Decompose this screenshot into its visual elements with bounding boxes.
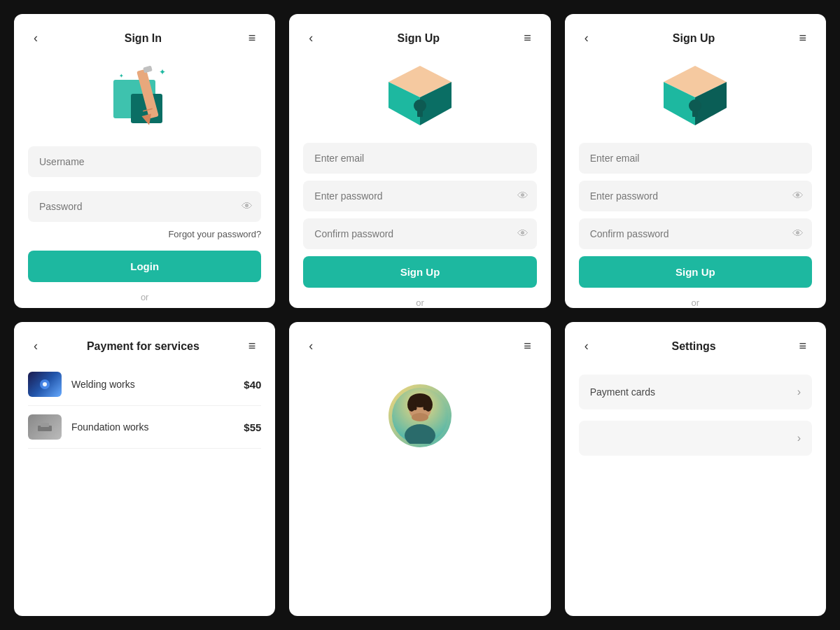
settings-payment-cards-arrow-icon: ›: [797, 386, 801, 398]
welding-price: $40: [244, 379, 261, 391]
settings-header: ‹ Settings ≡: [579, 336, 812, 356]
avatar: [388, 384, 451, 447]
username-input[interactable]: [28, 146, 261, 177]
payment-title: Payment for services: [87, 340, 200, 353]
signup2-button[interactable]: Sign Up: [579, 256, 812, 288]
settings-item-2-arrow-icon: ›: [797, 432, 801, 444]
signup2-confirm-eye-icon[interactable]: 👁: [792, 227, 804, 240]
password-eye-icon[interactable]: 👁: [241, 200, 253, 213]
signin-or-divider: or: [141, 292, 149, 302]
profile-menu-button[interactable]: ≡: [518, 336, 537, 356]
signup1-password-eye-icon[interactable]: 👁: [517, 190, 528, 202]
payment-item-foundation: Foundation works $55: [28, 406, 261, 449]
settings-title: Settings: [672, 340, 716, 353]
payment-item-welding: Welding works $40: [28, 363, 261, 406]
signup2-or-divider: or: [692, 298, 700, 308]
svg-point-29: [412, 413, 428, 421]
signin-card: ‹ Sign In ≡ ✦ ✦ 👁 Forgot your pass: [14, 14, 275, 308]
signup1-password-wrapper: 👁: [303, 181, 536, 211]
profile-back-button[interactable]: ‹: [303, 336, 318, 356]
signup1-email-wrapper: [303, 143, 536, 174]
payment-card: ‹ Payment for services ≡ Welding works $…: [14, 322, 275, 616]
signup1-confirm-eye-icon[interactable]: 👁: [517, 227, 528, 240]
signup1-card: ‹ Sign Up ≡ 👁 👁 Sign Up or f: [289, 14, 550, 308]
signup1-email-input[interactable]: [303, 143, 536, 174]
signup2-email-wrapper: [579, 143, 812, 174]
payment-header: ‹ Payment for services ≡: [28, 336, 261, 356]
svg-point-28: [423, 406, 426, 410]
username-field-wrapper: [28, 146, 261, 184]
signup1-confirm-input[interactable]: [303, 218, 536, 249]
signup1-or-divider: or: [416, 298, 424, 308]
signup2-illustration: [653, 62, 737, 129]
settings-payment-cards-item[interactable]: Payment cards ›: [579, 374, 812, 410]
signup1-button[interactable]: Sign Up: [303, 256, 536, 288]
signin-title: Sign In: [125, 32, 162, 45]
foundation-image: [28, 414, 62, 440]
signup2-password-eye-icon[interactable]: 👁: [792, 190, 804, 202]
settings-payment-cards-label: Payment cards: [590, 386, 655, 398]
svg-text:✦: ✦: [119, 73, 124, 79]
profile-header: ‹ ≡: [303, 336, 536, 356]
signin-header: ‹ Sign In ≡: [28, 28, 261, 48]
password-input[interactable]: [28, 191, 261, 222]
settings-menu-button[interactable]: ≡: [793, 336, 812, 356]
signup2-confirm-input[interactable]: [579, 218, 812, 249]
signup1-title: Sign Up: [398, 32, 440, 45]
signup2-card: ‹ Sign Up ≡ 👁 👁 Sign Up or f in Already …: [565, 14, 826, 308]
settings-back-button[interactable]: ‹: [579, 336, 594, 356]
settings-item-2[interactable]: ›: [579, 421, 812, 456]
svg-point-27: [413, 406, 416, 410]
signup2-back-button[interactable]: ‹: [579, 28, 594, 48]
signup1-illustration: [378, 62, 462, 129]
signup1-menu-button[interactable]: ≡: [518, 28, 537, 48]
signin-back-button[interactable]: ‹: [28, 28, 43, 48]
signup1-header: ‹ Sign Up ≡: [303, 28, 536, 48]
signup2-password-input[interactable]: [579, 181, 812, 211]
signin-menu-button[interactable]: ≡: [243, 28, 262, 48]
svg-rect-17: [692, 110, 698, 117]
signin-illustration: ✦ ✦: [103, 62, 187, 132]
profile-card: ‹ ≡: [289, 322, 550, 616]
signup2-email-input[interactable]: [579, 143, 812, 174]
payment-menu-button[interactable]: ≡: [243, 336, 262, 356]
svg-rect-12: [417, 110, 423, 117]
foundation-price: $55: [244, 421, 261, 433]
forgot-password-link[interactable]: Forgot your password?: [28, 229, 261, 239]
signup2-header: ‹ Sign Up ≡: [579, 28, 812, 48]
signup1-password-input[interactable]: [303, 181, 536, 211]
svg-text:✦: ✦: [159, 67, 166, 77]
payment-back-button[interactable]: ‹: [28, 336, 43, 356]
svg-rect-21: [41, 423, 49, 427]
welding-image: [28, 372, 62, 397]
foundation-name: Foundation works: [71, 421, 244, 433]
signup2-password-wrapper: 👁: [579, 181, 812, 211]
welding-name: Welding works: [71, 379, 244, 390]
svg-rect-4: [143, 66, 153, 74]
signup2-title: Sign Up: [673, 32, 715, 45]
signup2-confirm-wrapper: 👁: [579, 218, 812, 249]
signup1-back-button[interactable]: ‹: [303, 28, 318, 48]
login-button[interactable]: Login: [28, 251, 261, 282]
signup2-menu-button[interactable]: ≡: [793, 28, 812, 48]
password-field-wrapper: 👁: [28, 191, 261, 222]
signup1-confirm-wrapper: 👁: [303, 218, 536, 249]
settings-card: ‹ Settings ≡ Payment cards › ›: [565, 322, 826, 616]
svg-point-19: [43, 382, 47, 386]
